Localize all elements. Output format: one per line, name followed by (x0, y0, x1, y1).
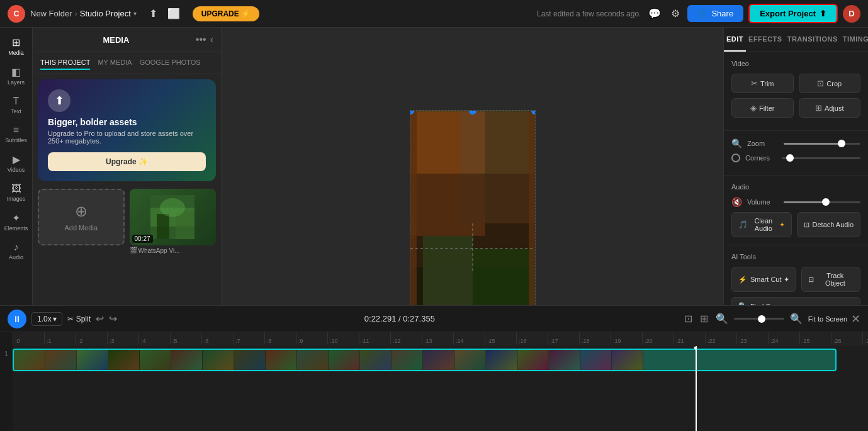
sidebar-item-elements[interactable]: ✦ Elements (1, 208, 31, 235)
detach-audio-button[interactable]: ⊡ Detach Audio (797, 212, 860, 237)
corners-thumb[interactable] (786, 154, 794, 162)
sidebar-item-audio[interactable]: ♪ Audio (1, 238, 31, 264)
crop-icon: ⊡ (817, 79, 824, 88)
audio-btn-row: 🎵 Clean Audio ✦ ⊡ Detach Audio (731, 212, 860, 237)
svg-point-4 (160, 198, 185, 217)
upgrade-card-title: Bigger, bolder assets (48, 117, 206, 127)
upload-icon[interactable]: ⬆ (147, 5, 160, 22)
video-section-title: Video (731, 60, 860, 67)
smart-cut-button[interactable]: ⚡ Smart Cut ✦ (731, 267, 796, 292)
sidebar-item-images[interactable]: 🖼 Images (1, 179, 31, 206)
clean-audio-button[interactable]: 🎵 Clean Audio ✦ (731, 212, 792, 237)
avatar[interactable]: D (843, 5, 860, 23)
volume-track[interactable] (784, 201, 860, 203)
project-chevron[interactable]: ▾ (133, 10, 137, 17)
ruler-mark: :3 (107, 332, 138, 344)
upgrade-card-button[interactable]: Upgrade ✨ (48, 152, 206, 171)
ruler-mark: :14 (453, 332, 485, 344)
zoom-out-button[interactable]: 🔍 (714, 311, 730, 327)
zoom-timeline-thumb[interactable] (758, 315, 765, 323)
sidebar-item-text[interactable]: T Text (1, 92, 31, 118)
split-icon: ✂ (67, 315, 74, 323)
sidebar-item-videos[interactable]: ▶ Videos (1, 150, 31, 177)
volume-row: 🔇 Volume (731, 197, 860, 207)
ruler-mark: :9 (296, 332, 327, 344)
adjust-button[interactable]: ⊞ Adjust (799, 98, 861, 118)
add-media-button[interactable]: ⊕ Add Media (38, 189, 125, 245)
track-object-button[interactable]: ⊡ Track Object (801, 267, 860, 292)
tab-this-project[interactable]: THIS PROJECT (40, 56, 90, 70)
tab-transitions[interactable]: TRANSITIONS (785, 28, 840, 52)
tab-edit[interactable]: EDIT (724, 28, 746, 52)
sidebar-item-label: Elements (4, 225, 28, 232)
sidebar-item-layers[interactable]: ◧ Layers (1, 62, 31, 89)
sidebar-item-label: Subtitles (5, 137, 27, 143)
sidebar-item-media[interactable]: ⊞ Media (1, 33, 31, 60)
frame-thumb (392, 350, 423, 370)
media-thumb[interactable]: 00:27 (130, 189, 217, 245)
zoom-track[interactable] (784, 143, 860, 145)
comments-icon[interactable]: 💬 (646, 5, 663, 22)
export-button[interactable]: Export Project ⬆ (748, 4, 838, 23)
svg-rect-2 (157, 214, 169, 239)
tab-effects[interactable]: EFFECTS (746, 28, 785, 52)
zoom-section: 🔍 Zoom Corners (724, 131, 868, 176)
play-pause-button[interactable]: ⏸ (8, 310, 26, 328)
redo-button[interactable]: ↪ (109, 313, 117, 325)
tab-timing[interactable]: TIMING (840, 28, 868, 52)
timeline-tool-magnet[interactable]: ⊞ (698, 311, 710, 327)
media-more-button[interactable]: ••• (192, 33, 210, 47)
frame-thumb (266, 350, 297, 370)
mute-icon[interactable]: 🔇 (731, 197, 742, 207)
media-item[interactable]: 00:27 🎬 WhatsApp Vi... (130, 189, 217, 254)
zoom-icon: 🔍 (731, 138, 742, 148)
breadcrumb: New Folder › Studio Project ▾ (30, 9, 137, 18)
sidebar-item-label: Media (8, 50, 24, 56)
tab-my-media[interactable]: MY MEDIA (98, 56, 132, 70)
zoom-thumb[interactable] (838, 140, 845, 147)
crop-button[interactable]: ⊡ Crop (799, 74, 861, 93)
timeline-tool-scissors[interactable]: ⊡ (682, 311, 694, 327)
pause-icon: ⏸ (13, 314, 21, 324)
undo-button[interactable]: ↩ (96, 313, 104, 325)
volume-fill (784, 201, 826, 203)
zoom-timeline-track[interactable] (734, 318, 784, 320)
zoom-in-button[interactable]: 🔍 (788, 311, 804, 327)
track-number: 1 (0, 332, 13, 431)
ruler-mark: :7 (233, 332, 264, 344)
add-media-icon: ⊕ (75, 203, 87, 220)
project-name: Studio Project (80, 9, 131, 18)
video-btn-row-1: ✂ Trim ⊡ Crop (731, 74, 860, 93)
speed-button[interactable]: 1.0x ▾ (31, 312, 62, 326)
zoom-fill (784, 143, 842, 145)
fit-to-screen-button[interactable]: Fit to Screen (808, 315, 847, 323)
split-button[interactable]: ✂ Split (67, 315, 91, 323)
frame-thumb (612, 350, 643, 370)
subtitles-icon: ≡ (13, 125, 19, 136)
timeline-content: :0 :1 :2 :3 :4 :5 :6 :7 :8 :9 :10 :11 :1… (13, 332, 868, 431)
volume-thumb[interactable] (822, 198, 830, 206)
playhead-indicator: ▼ (692, 345, 699, 352)
autosave-status: Last edited a few seconds ago. (537, 9, 641, 18)
sidebar-item-subtitles[interactable]: ≡ Subtitles (1, 121, 31, 147)
settings-icon[interactable]: ⚙ (668, 5, 682, 22)
media-duration: 00:27 (132, 235, 153, 243)
ruler-mark: :23 (736, 332, 768, 344)
upgrade-button[interactable]: UPGRADE ⚡ (193, 6, 259, 21)
ruler-mark: :20 (642, 332, 674, 344)
video-track[interactable] (13, 349, 837, 371)
trim-button[interactable]: ✂ Trim (731, 74, 794, 93)
close-timeline-button[interactable]: ✕ (851, 312, 860, 326)
tab-google-photos[interactable]: GOOGLE PHOTOS (140, 56, 201, 70)
media-collapse-button[interactable]: ‹ (210, 34, 213, 45)
filter-button[interactable]: ◈ Filter (731, 98, 794, 118)
ruler-mark: :1 (44, 332, 76, 344)
corners-track[interactable] (782, 157, 860, 159)
text-icon: T (13, 96, 20, 107)
ruler-mark: :15 (485, 332, 516, 344)
share-button[interactable]: 👤 Share (687, 5, 743, 22)
ruler-mark: :27 (862, 332, 868, 344)
playhead[interactable]: ▼ (696, 346, 697, 431)
ruler-mark: :8 (264, 332, 296, 344)
preview-icon[interactable]: ⬜ (165, 5, 183, 22)
